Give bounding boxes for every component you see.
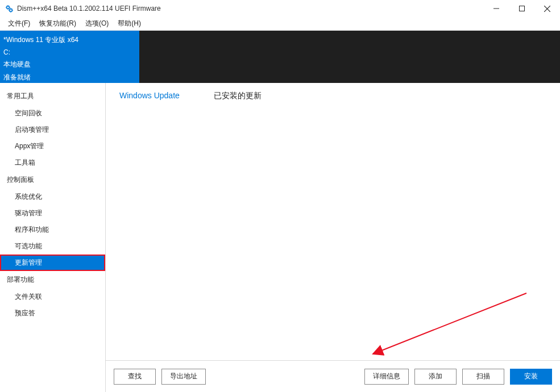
disk-type: 本地硬盘 <box>3 60 136 69</box>
sidebar: 常用工具 空间回收 启动项管理 Appx管理 工具箱 控制面板 系统优化 驱动管… <box>0 83 106 392</box>
sidebar-group-control-panel: 控制面板 <box>0 171 105 189</box>
find-button[interactable]: 查找 <box>114 369 156 385</box>
sidebar-item-file-assoc[interactable]: 文件关联 <box>0 289 105 305</box>
svg-point-0 <box>7 6 9 9</box>
sidebar-item-startup-manager[interactable]: 启动项管理 <box>0 122 105 138</box>
sidebar-item-appx-manager[interactable]: Appx管理 <box>0 138 105 155</box>
minimize-button[interactable] <box>483 0 509 17</box>
sidebar-item-programs-features[interactable]: 程序和功能 <box>0 222 105 238</box>
maximize-button[interactable] <box>509 0 534 17</box>
status-text: 准备就绪 <box>3 73 136 82</box>
sidebar-group-common-tools: 常用工具 <box>0 87 105 105</box>
svg-rect-3 <box>519 6 524 11</box>
sidebar-item-system-optimize[interactable]: 系统优化 <box>0 189 105 205</box>
svg-line-6 <box>373 293 526 354</box>
sidebar-item-driver-manager[interactable]: 驱动管理 <box>0 205 105 222</box>
content-area <box>106 101 560 360</box>
export-address-button[interactable]: 导出地址 <box>161 369 206 385</box>
install-button[interactable]: 安装 <box>510 369 552 385</box>
bottom-toolbar: 查找 导出地址 详细信息 添加 扫描 安装 <box>106 360 560 392</box>
menu-file[interactable]: 文件(F) <box>3 19 35 28</box>
sidebar-item-space-recovery[interactable]: 空间回收 <box>0 105 105 122</box>
sidebar-item-toolbox[interactable]: 工具箱 <box>0 155 105 171</box>
menu-recovery[interactable]: 恢复功能(R) <box>35 19 81 28</box>
system-info-panel[interactable]: *Windows 11 专业版 x64 C: 本地硬盘 准备就绪 <box>0 31 139 83</box>
system-info-spacer <box>139 31 560 83</box>
menu-options[interactable]: 选项(O) <box>81 19 113 28</box>
sidebar-item-optional-features[interactable]: 可选功能 <box>0 238 105 255</box>
main-panel: Windows Update 已安装的更新 查找 导出地址 详细信息 添加 扫描… <box>106 83 560 392</box>
tab-windows-update[interactable]: Windows Update <box>119 91 180 101</box>
menu-help[interactable]: 帮助(H) <box>113 19 146 28</box>
title-bar: Dism++x64 Beta 10.1.2002.114 UEFI Firmwa… <box>0 0 560 17</box>
system-info-bar: *Windows 11 专业版 x64 C: 本地硬盘 准备就绪 <box>0 31 560 83</box>
scan-button[interactable]: 扫描 <box>462 369 504 385</box>
sidebar-item-update-manager[interactable]: 更新管理 <box>0 255 105 271</box>
window-title: Dism++x64 Beta 10.1.2002.114 UEFI Firmwa… <box>17 5 161 12</box>
app-icon <box>5 4 14 13</box>
update-tabs: Windows Update 已安装的更新 <box>106 83 560 101</box>
sidebar-item-unattend[interactable]: 预应答 <box>0 305 105 322</box>
annotation-arrow-icon <box>356 289 538 362</box>
tab-installed-updates[interactable]: 已安装的更新 <box>214 91 262 101</box>
details-button[interactable]: 详细信息 <box>364 369 409 385</box>
menu-bar: 文件(F) 恢复功能(R) 选项(O) 帮助(H) <box>0 17 560 31</box>
workspace: 常用工具 空间回收 启动项管理 Appx管理 工具箱 控制面板 系统优化 驱动管… <box>0 83 560 392</box>
add-button[interactable]: 添加 <box>414 369 457 385</box>
svg-point-1 <box>10 9 12 11</box>
close-button[interactable] <box>534 0 560 17</box>
drive-letter: C: <box>3 48 136 56</box>
sidebar-group-deployment: 部署功能 <box>0 271 105 289</box>
os-name: *Windows 11 专业版 x64 <box>3 35 136 45</box>
